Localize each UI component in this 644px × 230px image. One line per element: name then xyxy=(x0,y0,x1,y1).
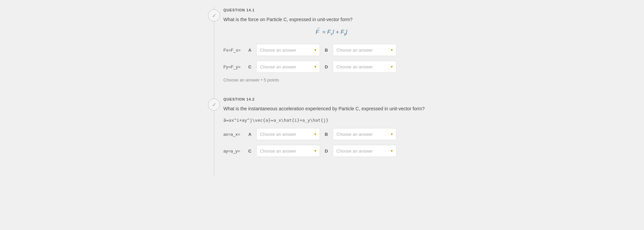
question-block-14-1: ✓ QUESTION 14.1 What is the force on Par… xyxy=(205,7,439,82)
dropdown-14-1-a-text: Choose an answer xyxy=(260,48,296,53)
dropdown-14-2-a[interactable]: Choose an answer ▾ xyxy=(256,128,320,140)
chevron-down-icon-14-1-a: ▾ xyxy=(314,48,316,52)
letter-a-14-1: A xyxy=(247,48,253,53)
formula-raw-14-2: a⃗=ax^i+ay^j\vec{a}=a_x\hat{i}+a_y\hat{j… xyxy=(223,118,439,123)
formula-14-1: → F = Fxî + Fyĵ xyxy=(316,29,347,35)
chevron-down-icon-14-1-c: ▾ xyxy=(314,64,316,69)
dropdown-14-2-b-text: Choose an answer xyxy=(336,132,373,137)
timeline-node-14-2: ✓ xyxy=(205,96,223,162)
question-label-14-1: QUESTION 14.1 xyxy=(223,8,439,12)
dropdown-14-2-c-text: Choose an answer xyxy=(260,149,296,154)
chevron-down-icon-14-1-d: ▾ xyxy=(391,64,393,69)
answer-row-14-1-fx: Fx=F_x= A Choose an answer ▾ B Choose an… xyxy=(223,44,439,56)
row-label-fy: Fy=F_y= xyxy=(223,64,247,69)
dropdown-14-1-c[interactable]: Choose an answer ▾ xyxy=(256,61,320,73)
dropdown-14-1-d-text: Choose an answer xyxy=(336,64,373,69)
timeline-node-14-1: ✓ xyxy=(205,7,223,82)
question-text-14-2: What is the instantaneous acceleration e… xyxy=(223,105,439,112)
row-label-fx: Fx=F_x= xyxy=(223,48,247,53)
answer-row-14-2-ax: ax=a_x= A Choose an answer ▾ B Choose an… xyxy=(223,128,439,140)
chevron-down-icon-14-2-b: ▾ xyxy=(391,132,393,136)
letter-c-14-2: C xyxy=(247,149,253,154)
question-block-14-2: ✓ QUESTION 14.2 What is the instantaneou… xyxy=(205,96,439,162)
checkmark-icon: ✓ xyxy=(212,12,216,19)
letter-b-14-2: B xyxy=(323,132,329,137)
letter-d-14-2: D xyxy=(323,149,329,154)
answer-rows-14-1: Fx=F_x= A Choose an answer ▾ B Choose an… xyxy=(223,44,439,73)
row-label-ax: ax=a_x= xyxy=(223,132,247,137)
dropdown-14-2-d[interactable]: Choose an answer ▾ xyxy=(333,145,396,157)
formula-container-14-1: → F = Fxî + Fyĵ xyxy=(223,28,439,36)
question-content-14-1: QUESTION 14.1 What is the force on Parti… xyxy=(223,7,439,82)
answer-pair-fx: A Choose an answer ▾ B Choose an answer … xyxy=(247,44,396,56)
row-label-ay: ay=a_y= xyxy=(223,149,247,154)
check-circle-14-1: ✓ xyxy=(208,9,220,21)
check-circle-14-2: ✓ xyxy=(208,99,220,111)
dropdown-14-2-c[interactable]: Choose an answer ▾ xyxy=(256,145,320,157)
dropdown-14-2-d-text: Choose an answer xyxy=(336,149,373,154)
chevron-down-icon-14-2-d: ▾ xyxy=(391,149,393,153)
answer-pair-fy: C Choose an answer ▾ D Choose an answer … xyxy=(247,61,396,73)
content-area: ✓ QUESTION 14.1 What is the force on Par… xyxy=(205,7,439,175)
dropdown-14-1-a[interactable]: Choose an answer ▾ xyxy=(256,44,320,56)
question-label-14-2: QUESTION 14.2 xyxy=(223,97,439,101)
answer-row-14-1-fy: Fy=F_y= C Choose an answer ▾ D Choose an… xyxy=(223,61,439,73)
letter-c-14-1: C xyxy=(247,64,253,69)
answer-pair-ax: A Choose an answer ▾ B Choose an answer … xyxy=(247,128,396,140)
answer-pair-ay: C Choose an answer ▾ D Choose an answer … xyxy=(247,145,396,157)
letter-a-14-2: A xyxy=(247,132,253,137)
answer-rows-14-2: ax=a_x= A Choose an answer ▾ B Choose an… xyxy=(223,128,439,157)
dropdown-14-1-b[interactable]: Choose an answer ▾ xyxy=(333,44,396,56)
answer-row-14-2-ay: ay=a_y= C Choose an answer ▾ D Choose an… xyxy=(223,145,439,157)
letter-d-14-1: D xyxy=(323,64,329,69)
chevron-down-icon-14-2-c: ▾ xyxy=(314,149,316,153)
dropdown-14-1-d[interactable]: Choose an answer ▾ xyxy=(333,61,396,73)
dropdown-14-1-c-text: Choose an answer xyxy=(260,64,296,69)
points-note-14-1: Choose an answer • 5 points xyxy=(223,77,439,82)
dropdown-14-1-b-text: Choose an answer xyxy=(336,48,373,53)
question-content-14-2: QUESTION 14.2 What is the instantaneous … xyxy=(223,96,439,162)
checkmark-icon-14-2: ✓ xyxy=(212,102,216,108)
page-container: ✓ QUESTION 14.1 What is the force on Par… xyxy=(0,0,644,182)
dropdown-14-2-a-text: Choose an answer xyxy=(260,132,296,137)
chevron-down-icon-14-1-b: ▾ xyxy=(391,48,393,52)
question-text-14-1: What is the force on Particle C, express… xyxy=(223,16,439,23)
chevron-down-icon-14-2-a: ▾ xyxy=(314,132,316,136)
letter-b-14-1: B xyxy=(323,48,329,53)
dropdown-14-2-b[interactable]: Choose an answer ▾ xyxy=(333,128,396,140)
